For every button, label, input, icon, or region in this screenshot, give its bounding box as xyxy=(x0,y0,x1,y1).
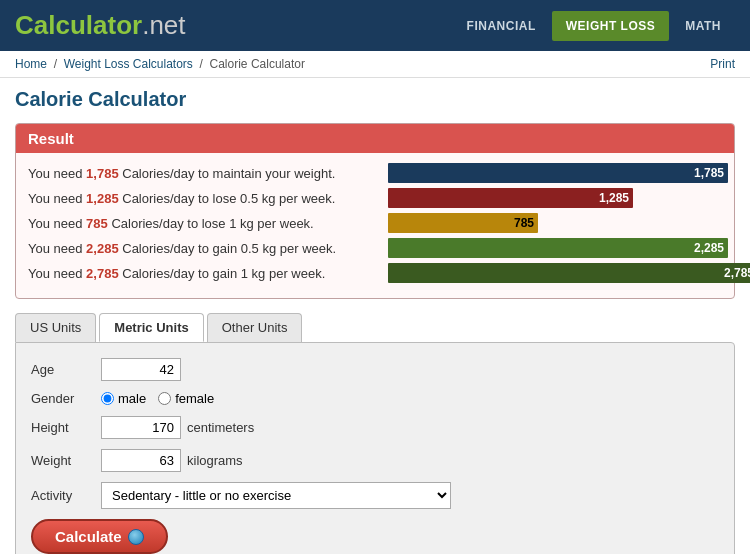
breadcrumb-bar: Home / Weight Loss Calculators / Calorie… xyxy=(0,51,750,78)
result-row-gain-one: You need 2,785 Calories/day to gain 1 kg… xyxy=(28,263,722,283)
result-header: Result xyxy=(16,124,734,153)
calculate-icon xyxy=(128,529,144,545)
age-input[interactable] xyxy=(101,358,181,381)
result-bar-maintain: 1,785 xyxy=(388,163,728,183)
result-row-lose-half: You need 1,285 Calories/day to lose 0.5 … xyxy=(28,188,722,208)
result-value-lose-half: 1,285 xyxy=(86,191,119,206)
logo-text: Calculator xyxy=(15,10,142,40)
gender-male-radio[interactable] xyxy=(101,392,114,405)
logo: Calculator.net xyxy=(15,10,186,41)
result-row-lose-one: You need 785 Calories/day to lose 1 kg p… xyxy=(28,213,722,233)
weight-unit: kilograms xyxy=(187,453,243,468)
gender-female-option[interactable]: female xyxy=(158,391,214,406)
height-unit: centimeters xyxy=(187,420,254,435)
breadcrumb-home[interactable]: Home xyxy=(15,57,47,71)
height-input[interactable] xyxy=(101,416,181,439)
result-box: Result You need 1,785 Calories/day to ma… xyxy=(15,123,735,299)
weight-input[interactable] xyxy=(101,449,181,472)
activity-row: Activity Sedentary - little or no exerci… xyxy=(31,482,719,509)
gender-male-label: male xyxy=(118,391,146,406)
breadcrumb-weight-loss[interactable]: Weight Loss Calculators xyxy=(64,57,193,71)
calculate-button[interactable]: Calculate xyxy=(31,519,168,554)
logo-suffix: .net xyxy=(142,10,185,40)
gender-male-option[interactable]: male xyxy=(101,391,146,406)
nav-weight-loss[interactable]: WEIGHT LOSS xyxy=(552,11,670,41)
result-value-gain-half: 2,285 xyxy=(86,241,119,256)
calculate-label: Calculate xyxy=(55,528,122,545)
breadcrumb: Home / Weight Loss Calculators / Calorie… xyxy=(15,57,305,71)
activity-select[interactable]: Sedentary - little or no exerciseLightly… xyxy=(101,482,451,509)
result-bar-container-gain-half: 2,285 xyxy=(388,238,728,258)
result-bar-gain-half: 2,285 xyxy=(388,238,728,258)
gender-label: Gender xyxy=(31,391,101,406)
navigation: FINANCIAL WEIGHT LOSS MATH xyxy=(453,11,735,41)
tab-us-units[interactable]: US Units xyxy=(15,313,96,342)
height-label: Height xyxy=(31,420,101,435)
result-text-lose-half: You need 1,285 Calories/day to lose 0.5 … xyxy=(28,191,388,206)
result-text-gain-half: You need 2,285 Calories/day to gain 0.5 … xyxy=(28,241,388,256)
activity-label: Activity xyxy=(31,488,101,503)
result-bar-lose-half: 1,285 xyxy=(388,188,633,208)
calculator-form: Age Gender male female Height centimeter… xyxy=(15,342,735,554)
result-value-lose-one: 785 xyxy=(86,216,108,231)
nav-math[interactable]: MATH xyxy=(671,11,735,41)
gender-row: Gender male female xyxy=(31,391,719,406)
result-text-lose-one: You need 785 Calories/day to lose 1 kg p… xyxy=(28,216,388,231)
result-body: You need 1,785 Calories/day to maintain … xyxy=(16,153,734,298)
result-bar-lose-one: 785 xyxy=(388,213,538,233)
header: Calculator.net FINANCIAL WEIGHT LOSS MAT… xyxy=(0,0,750,51)
result-text-gain-one: You need 2,785 Calories/day to gain 1 kg… xyxy=(28,266,388,281)
weight-label: Weight xyxy=(31,453,101,468)
gender-female-radio[interactable] xyxy=(158,392,171,405)
result-value-maintain: 1,785 xyxy=(86,166,119,181)
result-row-maintain: You need 1,785 Calories/day to maintain … xyxy=(28,163,722,183)
gender-options: male female xyxy=(101,391,214,406)
tab-other-units[interactable]: Other Units xyxy=(207,313,303,342)
unit-tabs: US Units Metric Units Other Units xyxy=(15,313,735,342)
weight-row: Weight kilograms xyxy=(31,449,719,472)
tab-metric-units[interactable]: Metric Units xyxy=(99,313,203,342)
gender-female-label: female xyxy=(175,391,214,406)
result-bar-container-lose-one: 785 xyxy=(388,213,722,233)
result-bar-container-maintain: 1,785 xyxy=(388,163,728,183)
result-row-gain-half: You need 2,285 Calories/day to gain 0.5 … xyxy=(28,238,722,258)
page-title: Calorie Calculator xyxy=(15,88,735,111)
result-bar-container-lose-half: 1,285 xyxy=(388,188,722,208)
result-bar-gain-one: 2,785 xyxy=(388,263,750,283)
result-value-gain-one: 2,785 xyxy=(86,266,119,281)
breadcrumb-current: Calorie Calculator xyxy=(210,57,305,71)
main-content: Calorie Calculator Result You need 1,785… xyxy=(0,78,750,554)
result-text-maintain: You need 1,785 Calories/day to maintain … xyxy=(28,166,388,181)
print-link[interactable]: Print xyxy=(710,57,735,71)
height-row: Height centimeters xyxy=(31,416,719,439)
result-bar-container-gain-one: 2,785 xyxy=(388,263,750,283)
age-label: Age xyxy=(31,362,101,377)
age-row: Age xyxy=(31,358,719,381)
nav-financial[interactable]: FINANCIAL xyxy=(453,11,550,41)
